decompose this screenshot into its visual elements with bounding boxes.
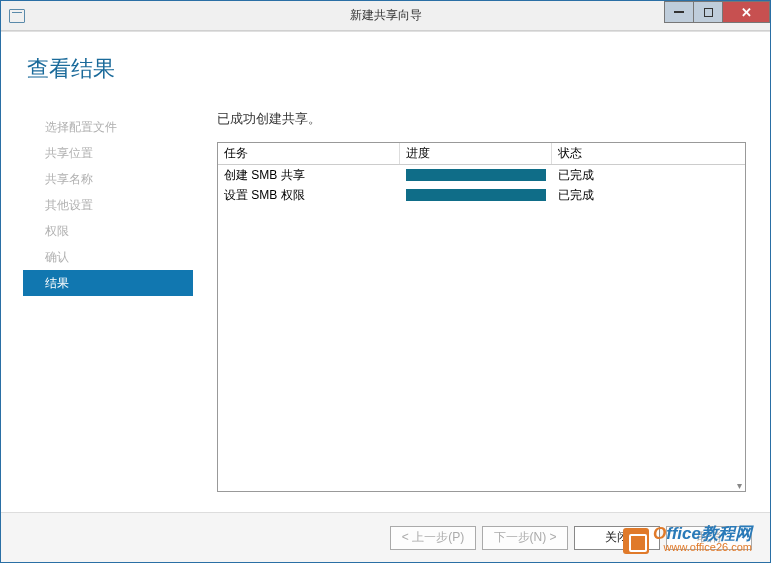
sidebar-item-results[interactable]: 结果 xyxy=(23,270,193,296)
table-header: 任务 进度 状态 xyxy=(218,143,745,165)
table-body: 创建 SMB 共享 已完成 设置 SMB 权限 已完成 xyxy=(218,165,745,205)
table-row: 创建 SMB 共享 已完成 xyxy=(218,165,745,185)
summary-text: 已成功创建共享。 xyxy=(217,110,746,128)
close-button[interactable]: ✕ xyxy=(722,1,770,23)
sidebar-item-other-settings: 其他设置 xyxy=(23,192,193,218)
cell-task: 设置 SMB 权限 xyxy=(218,187,400,204)
wizard-steps-sidebar: 选择配置文件 共享位置 共享名称 其他设置 权限 确认 结果 xyxy=(23,114,193,296)
window-title: 新建共享向导 xyxy=(350,7,422,24)
progress-bar xyxy=(406,189,546,201)
column-header-progress[interactable]: 进度 xyxy=(400,143,552,164)
maximize-button[interactable] xyxy=(693,1,723,23)
scroll-corner-icon xyxy=(729,475,743,489)
sidebar-item-share-location: 共享位置 xyxy=(23,140,193,166)
window-controls: ✕ xyxy=(665,1,770,23)
cell-progress xyxy=(400,169,552,181)
column-header-status[interactable]: 状态 xyxy=(552,143,745,164)
close-wizard-button[interactable]: 关闭 xyxy=(574,526,660,550)
sidebar-item-confirm: 确认 xyxy=(23,244,193,270)
next-button: 下一步(N) > xyxy=(482,526,568,550)
content-panel: 已成功创建共享。 任务 进度 状态 创建 SMB 共享 已完成 设置 SMB 权… xyxy=(217,110,746,492)
cell-progress xyxy=(400,189,552,201)
sidebar-item-select-profile: 选择配置文件 xyxy=(23,114,193,140)
column-header-task[interactable]: 任务 xyxy=(218,143,400,164)
cancel-button: 取消 xyxy=(666,526,752,550)
progress-bar xyxy=(406,169,546,181)
cell-task: 创建 SMB 共享 xyxy=(218,167,400,184)
sidebar-item-permissions: 权限 xyxy=(23,218,193,244)
page-title: 查看结果 xyxy=(1,32,770,84)
results-table: 任务 进度 状态 创建 SMB 共享 已完成 设置 SMB 权限 已完成 xyxy=(217,142,746,492)
app-icon xyxy=(9,9,25,23)
wizard-body: 查看结果 选择配置文件 共享位置 共享名称 其他设置 权限 确认 结果 已成功创… xyxy=(1,31,770,562)
sidebar-item-share-name: 共享名称 xyxy=(23,166,193,192)
titlebar: 新建共享向导 ✕ xyxy=(1,1,770,31)
wizard-footer: < 上一步(P) 下一步(N) > 关闭 取消 xyxy=(1,512,770,562)
cell-status: 已完成 xyxy=(552,167,745,184)
table-row: 设置 SMB 权限 已完成 xyxy=(218,185,745,205)
previous-button: < 上一步(P) xyxy=(390,526,476,550)
minimize-button[interactable] xyxy=(664,1,694,23)
cell-status: 已完成 xyxy=(552,187,745,204)
